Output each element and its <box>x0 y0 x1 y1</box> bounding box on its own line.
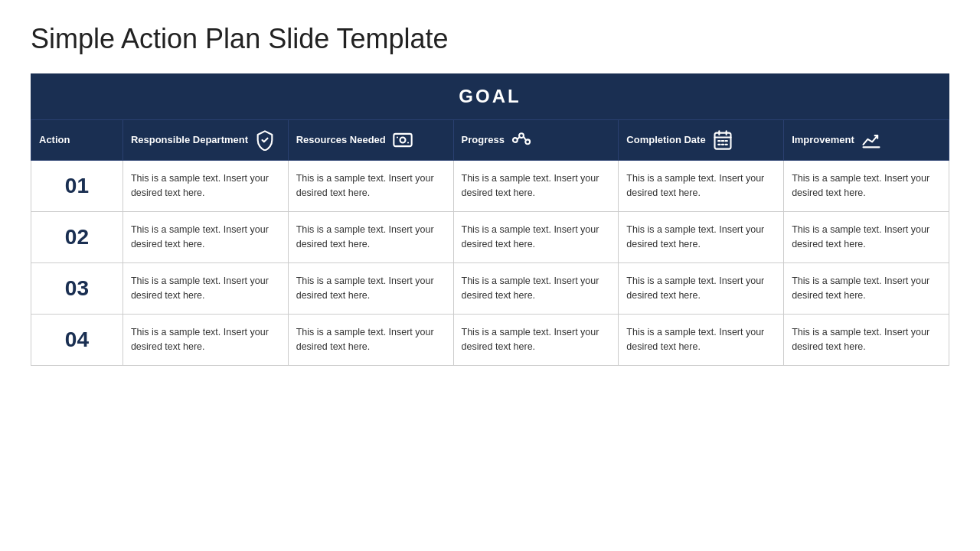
table-row: 04This is a sample text. Insert your des… <box>31 315 949 366</box>
resources-text: This is a sample text. Insert your desir… <box>296 224 434 249</box>
improvement-icon <box>861 129 882 151</box>
resources-text: This is a sample text. Insert your desir… <box>296 276 434 301</box>
slide-title: Simple Action Plan Slide Template <box>31 23 949 55</box>
improvement-text: This is a sample text. Insert your desir… <box>792 327 929 352</box>
calendar-icon <box>712 129 733 151</box>
action-number-cell: 03 <box>31 263 123 315</box>
improvement-text: This is a sample text. Insert your desir… <box>792 276 929 301</box>
goal-header: GOAL <box>31 73 949 119</box>
improvement-text: This is a sample text. Insert your desir… <box>792 173 929 198</box>
slide: Simple Action Plan Slide Template GOAL A… <box>0 0 980 551</box>
progress-cell: This is a sample text. Insert your desir… <box>453 212 619 263</box>
th-progress: Progress <box>453 120 619 161</box>
svg-rect-0 <box>394 134 411 146</box>
dept-text: This is a sample text. Insert your desir… <box>131 173 269 198</box>
th-resources-label: Resources Needed <box>296 134 386 147</box>
completion-text: This is a sample text. Insert your desir… <box>626 327 764 352</box>
th-progress-label: Progress <box>462 134 505 147</box>
action-number-cell: 02 <box>31 212 123 263</box>
completion-cell: This is a sample text. Insert your desir… <box>619 263 784 315</box>
progress-text: This is a sample text. Insert your desir… <box>462 224 599 249</box>
shield-icon <box>254 129 276 151</box>
th-action: Action <box>31 120 123 161</box>
dept-text: This is a sample text. Insert your desir… <box>131 276 269 301</box>
dept-cell: This is a sample text. Insert your desir… <box>122 263 288 315</box>
th-improvement: Improvement <box>784 120 949 161</box>
completion-cell: This is a sample text. Insert your desir… <box>619 212 784 263</box>
dept-text: This is a sample text. Insert your desir… <box>131 224 269 249</box>
th-completion-label: Completion Date <box>626 134 705 147</box>
progress-cell: This is a sample text. Insert your desir… <box>453 263 619 315</box>
progress-cell: This is a sample text. Insert your desir… <box>453 315 619 366</box>
action-number: 02 <box>39 221 115 253</box>
completion-text: This is a sample text. Insert your desir… <box>626 173 764 198</box>
improvement-cell: This is a sample text. Insert your desir… <box>784 161 949 212</box>
dept-text: This is a sample text. Insert your desir… <box>131 327 269 352</box>
improvement-cell: This is a sample text. Insert your desir… <box>784 315 949 366</box>
completion-cell: This is a sample text. Insert your desir… <box>619 315 784 366</box>
resources-text: This is a sample text. Insert your desir… <box>296 327 434 352</box>
table-body: 01This is a sample text. Insert your des… <box>31 161 949 366</box>
action-number: 01 <box>39 170 115 202</box>
th-resources: Resources Needed <box>288 120 453 161</box>
progress-cell: This is a sample text. Insert your desir… <box>453 161 619 212</box>
table-row: 02This is a sample text. Insert your des… <box>31 212 949 263</box>
th-action-label: Action <box>39 134 70 147</box>
resources-text: This is a sample text. Insert your desir… <box>296 173 434 198</box>
action-number-cell: 04 <box>31 315 123 366</box>
action-number-cell: 01 <box>31 161 123 212</box>
resources-cell: This is a sample text. Insert your desir… <box>288 315 453 366</box>
money-icon <box>392 129 413 151</box>
svg-point-2 <box>513 138 518 142</box>
completion-text: This is a sample text. Insert your desir… <box>626 224 764 249</box>
dept-cell: This is a sample text. Insert your desir… <box>122 161 288 212</box>
table-container: GOAL Action <box>31 73 949 366</box>
resources-cell: This is a sample text. Insert your desir… <box>288 263 453 315</box>
dept-cell: This is a sample text. Insert your desir… <box>122 315 288 366</box>
progress-icon <box>511 129 532 151</box>
action-plan-table: Action Responsible Department <box>31 119 949 366</box>
improvement-cell: This is a sample text. Insert your desir… <box>784 212 949 263</box>
resources-cell: This is a sample text. Insert your desir… <box>288 212 453 263</box>
improvement-text: This is a sample text. Insert your desir… <box>792 224 929 249</box>
th-completion: Completion Date <box>619 120 784 161</box>
dept-cell: This is a sample text. Insert your desir… <box>122 212 288 263</box>
th-dept: Responsible Department <box>122 120 288 161</box>
th-improvement-label: Improvement <box>792 134 854 147</box>
progress-text: This is a sample text. Insert your desir… <box>462 327 599 352</box>
th-dept-label: Responsible Department <box>131 134 248 147</box>
completion-cell: This is a sample text. Insert your desir… <box>619 161 784 212</box>
table-row: 01This is a sample text. Insert your des… <box>31 161 949 212</box>
progress-text: This is a sample text. Insert your desir… <box>462 276 599 301</box>
completion-text: This is a sample text. Insert your desir… <box>626 276 764 301</box>
action-number: 04 <box>39 324 115 356</box>
action-number: 03 <box>39 272 115 305</box>
progress-text: This is a sample text. Insert your desir… <box>462 173 599 198</box>
svg-point-1 <box>400 138 405 143</box>
table-row: 03This is a sample text. Insert your des… <box>31 263 949 315</box>
improvement-cell: This is a sample text. Insert your desir… <box>784 263 949 315</box>
resources-cell: This is a sample text. Insert your desir… <box>288 161 453 212</box>
table-header-row: Action Responsible Department <box>31 120 949 161</box>
